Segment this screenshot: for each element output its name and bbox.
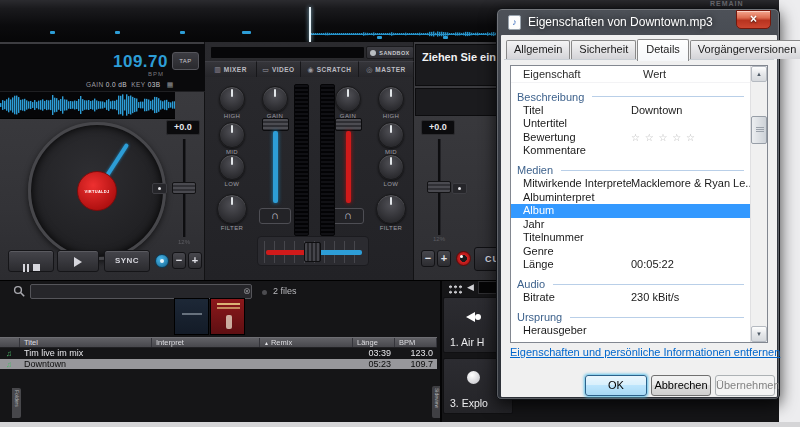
clear-search-icon[interactable]: ⊗	[243, 286, 251, 296]
details-row-genre[interactable]: Genre	[511, 245, 750, 259]
track-cell-icon: ♫	[0, 348, 20, 359]
track-col-interpret[interactable]: Interpret	[152, 338, 260, 347]
back-arrow-icon[interactable]: ◀	[467, 282, 474, 292]
gain-left-knob[interactable]	[262, 86, 288, 112]
mixer-tab-video[interactable]: ▭VIDEO	[257, 61, 301, 77]
deck-left-waveform[interactable]	[0, 92, 175, 119]
dialog-tab-allgemein[interactable]: Allgemein	[506, 40, 570, 59]
key-lock-icon[interactable]: ▦	[167, 81, 174, 88]
eq-right-high-label: HIGH	[371, 113, 411, 119]
details-row-album[interactable]: Album	[511, 204, 750, 218]
property-value	[631, 204, 750, 218]
cancel-button[interactable]: Abbrechen	[651, 375, 711, 396]
eq-left-high-knob[interactable]	[219, 86, 245, 112]
details-row-mitwirkende-interpreten[interactable]: Mitwirkende InterpretenMacklemore & Ryan…	[511, 177, 750, 191]
eq-right-filter-knob[interactable]	[376, 194, 406, 224]
details-row-titel[interactable]: TitelDowntown	[511, 104, 750, 118]
remain-label: REMAIN	[710, 0, 744, 7]
headphone-cue-right-button[interactable]: ∩	[332, 208, 364, 224]
dialog-title: Eigenschaften von Downtown.mp3	[528, 15, 713, 29]
track-col-titel[interactable]: Titel	[20, 338, 152, 347]
loop-minus-button[interactable]: −	[421, 250, 435, 267]
drop-zone[interactable]: Ziehen Sie ein	[415, 44, 498, 86]
tap-button[interactable]: TAP	[172, 52, 199, 70]
details-row-herausgeber[interactable]: Herausgeber	[511, 324, 750, 338]
scroll-thumb[interactable]	[751, 116, 767, 144]
details-row-titelnummer[interactable]: Titelnummer	[511, 231, 750, 245]
scrollbar[interactable]: ▲ ▼	[750, 66, 767, 342]
details-row-bewertung[interactable]: Bewertung☆ ☆ ☆ ☆ ☆	[511, 131, 750, 145]
eq-right-low-knob[interactable]	[378, 154, 404, 180]
track-row[interactable]: ♫Tim live im mix03:39123.0	[0, 348, 437, 359]
deck-left: 109.70 BPM TAP GAIN 0.0 dB KEY 03B ▦ VIR…	[0, 42, 205, 280]
volume-fader-left-track[interactable]	[273, 131, 278, 203]
dialog-tab-sicherheit[interactable]: Sicherheit	[571, 40, 636, 59]
close-button[interactable]: ×	[736, 10, 771, 29]
mixer-tab-master[interactable]: ◎MASTER	[359, 61, 414, 77]
track-col-länge[interactable]: Länge	[353, 338, 395, 347]
crossfader[interactable]	[257, 236, 369, 266]
property-name: Album	[511, 204, 631, 218]
details-row-länge[interactable]: Länge00:05:22	[511, 258, 750, 272]
album-cover-2[interactable]	[210, 298, 245, 335]
property-value: ☆ ☆ ☆ ☆ ☆	[631, 131, 750, 145]
crossfader-handle[interactable]	[304, 242, 321, 262]
section-line	[592, 96, 744, 97]
track-col-remix[interactable]: ▲Remix	[260, 338, 353, 347]
eq-left-mid-knob[interactable]	[219, 122, 245, 148]
loop-plus-button[interactable]: +	[188, 252, 202, 269]
gain-right-knob[interactable]	[335, 86, 361, 112]
virtualdj-logo: VIRTUALDJ	[84, 189, 109, 194]
eq-left-filter-knob[interactable]	[217, 194, 247, 224]
eq-right-high-knob[interactable]	[378, 86, 404, 112]
volume-fader-left-handle[interactable]	[262, 118, 289, 131]
loop-indicator-button[interactable]	[155, 254, 169, 268]
details-row-jahr[interactable]: Jahr	[511, 218, 750, 232]
property-value	[631, 144, 750, 158]
sandbox-button[interactable]: SANDBOX	[366, 46, 414, 59]
loop-plus-button[interactable]: +	[437, 250, 451, 267]
track-row[interactable]: ♫Downtown05:23109.7	[0, 359, 437, 370]
search-icon	[13, 285, 26, 298]
eq-right-mid-knob[interactable]	[378, 122, 404, 148]
pitch-range-label: 12%	[172, 239, 196, 245]
pitch-fader-handle[interactable]	[427, 181, 451, 193]
jog-wheel[interactable]: VIRTUALDJ	[28, 122, 166, 260]
details-row-untertitel[interactable]: Untertitel	[511, 117, 750, 131]
ok-button[interactable]: OK	[585, 375, 647, 396]
property-value	[631, 117, 750, 131]
eq-left-low-knob[interactable]	[219, 154, 245, 180]
headphone-cue-left-button[interactable]: ∩	[259, 208, 291, 224]
folders-side-tab[interactable]: Folders	[12, 388, 21, 418]
search-input[interactable]	[30, 284, 252, 299]
mixer-tab-mixer[interactable]: ▥MIXER	[205, 61, 257, 77]
album-cover-1[interactable]	[174, 298, 209, 335]
jog-center-label: VIRTUALDJ	[77, 171, 117, 211]
mixer-tab-scratch[interactable]: ◉SCRATCH	[301, 61, 359, 77]
drop-zone-text: Ziehen Sie ein	[422, 51, 496, 63]
volume-fader-right-track[interactable]	[346, 131, 351, 203]
apply-button[interactable]: Übernehmen	[715, 375, 775, 396]
dialog-tab-vorgängerversionen[interactable]: Vorgängerversionen	[690, 40, 800, 59]
sync-button[interactable]: SYNC	[104, 250, 150, 272]
music-note-icon: ♫	[0, 349, 12, 358]
pitch-zero-marker[interactable]	[452, 183, 467, 194]
property-name: Kommentare	[511, 144, 631, 158]
scroll-down-button[interactable]: ▼	[751, 326, 767, 342]
pitch-fader-handle[interactable]	[172, 182, 196, 194]
play-button[interactable]	[57, 250, 99, 272]
details-row-kommentare[interactable]: Kommentare	[511, 144, 750, 158]
pause-stop-button[interactable]	[8, 250, 54, 272]
dialog-tab-details[interactable]: Details	[637, 39, 689, 61]
remove-properties-link[interactable]: Eigenschaften und persönliche Informatio…	[510, 346, 780, 358]
volume-fader-right-handle[interactable]	[335, 118, 362, 131]
details-row-bitrate[interactable]: Bitrate230 kBit/s	[511, 291, 750, 305]
track-col-bpm[interactable]: BPM	[395, 338, 437, 347]
details-row-albuminterpret[interactable]: Albuminterpret	[511, 191, 750, 205]
scroll-up-button[interactable]: ▲	[751, 66, 767, 82]
pitch-zero-marker[interactable]	[152, 183, 167, 194]
record-button[interactable]	[456, 251, 471, 266]
grid-view-icon[interactable]	[447, 283, 462, 294]
track-col-icon[interactable]	[0, 338, 20, 347]
loop-minus-button[interactable]: −	[172, 252, 186, 269]
